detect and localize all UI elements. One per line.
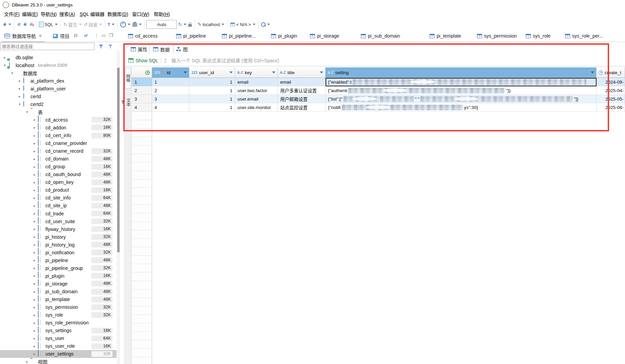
cell-setting[interactable]: {"enabled":t xyxy=(326,78,597,86)
link-editor-icon[interactable]: ⇄ xyxy=(84,33,88,38)
tree-item-sys_user[interactable]: ▸sys_user64K xyxy=(0,335,117,342)
close-icon[interactable]: ✕ xyxy=(39,34,42,38)
menu-item-1[interactable]: 文件(F) xyxy=(3,11,20,18)
tab-data[interactable]: 数据 xyxy=(149,44,173,54)
chevron-collapsed-icon[interactable]: ▸ xyxy=(33,266,37,270)
cell-id[interactable]: 4 xyxy=(152,103,189,112)
tab-database-navigator[interactable]: 数据库导航 ✕ xyxy=(1,30,45,43)
filter-dropdown-icon[interactable] xyxy=(272,71,275,73)
editor-tab-pi_sub_domain[interactable]: pi_sub_domain xyxy=(361,30,400,42)
row-number-cell[interactable]: 3 xyxy=(132,95,152,103)
chevron-collapsed-icon[interactable]: ▸ xyxy=(33,126,37,129)
expand-filter-icon[interactable]: ↗↙ xyxy=(164,58,169,63)
chevron-collapsed-icon[interactable]: ▸ xyxy=(3,56,7,59)
chevron-collapsed-icon[interactable]: ▸ xyxy=(33,352,37,356)
search-button[interactable] xyxy=(260,22,271,27)
chevron-collapsed-icon[interactable]: ▸ xyxy=(33,227,37,231)
tree-item-sys_role_permission[interactable]: ▸sys_role_permission xyxy=(0,319,117,327)
tree-item-视图[interactable]: ▸视图 xyxy=(0,358,117,364)
chevron-collapsed-icon[interactable]: ▸ xyxy=(33,180,37,184)
chevron-down-icon[interactable] xyxy=(222,24,224,25)
tab-projects[interactable]: 项目 xyxy=(50,30,72,42)
row-number-cell[interactable]: 1 xyxy=(132,78,152,86)
chevron-down-icon[interactable] xyxy=(184,24,186,25)
chevron-collapsed-icon[interactable]: ▸ xyxy=(33,142,37,145)
chevron-collapsed-icon[interactable]: ▸ xyxy=(33,118,37,122)
cell-setting[interactable]: {"list":["" ""]} xyxy=(326,95,597,103)
tree-item-certd[interactable]: ▸certd xyxy=(0,92,117,100)
chevron-down-icon[interactable] xyxy=(55,24,58,25)
rollback-button[interactable]: ↺回滚 xyxy=(83,21,103,28)
presentation-grid-tab[interactable]: 网格 xyxy=(125,68,131,89)
cell-title[interactable]: 站点监控设置 xyxy=(278,103,326,112)
tree-item-sys_user_role[interactable]: ▸sys_user_role16K xyxy=(0,342,117,350)
row-number-cell[interactable]: 4 xyxy=(132,103,152,112)
chevron-collapsed-icon[interactable]: ▸ xyxy=(33,251,37,254)
editor-tab-pi_pipeline[interactable]: pi_pipeline xyxy=(176,30,206,42)
editor-tab-pi_pipeline[interactable]: pi_pipeline... xyxy=(222,30,256,42)
chevron-collapsed-icon[interactable]: ▸ xyxy=(33,282,37,285)
chevron-collapsed-icon[interactable]: ▸ xyxy=(18,79,22,83)
chevron-collapsed-icon[interactable]: ▸ xyxy=(33,196,37,200)
editor-tab-sys_role[interactable]: sys_role xyxy=(526,30,550,42)
chevron-collapsed-icon[interactable]: ▸ xyxy=(33,258,37,262)
filter-dropdown-icon[interactable] xyxy=(591,71,594,73)
grid-corner-header[interactable] xyxy=(132,67,152,78)
tree-item-cd_site_info[interactable]: ▸cd_site_info64K xyxy=(0,194,117,202)
commit-mode-select[interactable]: Auto xyxy=(146,20,177,29)
chevron-collapsed-icon[interactable]: ▸ xyxy=(33,344,37,348)
commit-button[interactable]: ↻提交 xyxy=(62,21,83,28)
chevron-collapsed-icon[interactable]: ▸ xyxy=(33,321,37,325)
tree-item-cd_user_suite[interactable]: ▸cd_user_suite32K xyxy=(0,217,117,225)
editor-tab-sys_permission[interactable]: sys_permission xyxy=(477,30,517,42)
chevron-down-icon[interactable] xyxy=(112,24,114,25)
connection-filter-input[interactable] xyxy=(0,43,95,50)
cell-key[interactable]: user.site.monitor xyxy=(235,103,278,112)
chevron-expanded-icon[interactable]: ▾ xyxy=(25,110,29,114)
tree-item-certd2[interactable]: ▾certd2 xyxy=(0,100,117,108)
cell-create-time[interactable]: 2024-09- xyxy=(597,78,625,86)
editor-tab-sys_role_per[interactable]: sys_role_per... xyxy=(565,30,603,42)
tree-item-cd_access[interactable]: ▸cd_access32K xyxy=(0,116,117,124)
chevron-collapsed-icon[interactable]: ▸ xyxy=(33,329,37,333)
menu-item-8[interactable]: 帮助(H) xyxy=(153,11,170,18)
chevron-collapsed-icon[interactable]: ▸ xyxy=(33,173,37,176)
chevron-down-icon[interactable] xyxy=(267,24,270,25)
column-header-create_t[interactable]: create_t xyxy=(597,67,625,78)
cell-id[interactable]: 2 xyxy=(152,86,189,95)
tree-item-pi_plugin[interactable]: ▸pi_plugin16K xyxy=(0,272,117,280)
active-connection-selector[interactable]: ✎localhost xyxy=(196,21,225,28)
tab-properties[interactable]: 属性 xyxy=(127,44,151,54)
filter-dropdown-icon[interactable] xyxy=(184,71,187,73)
editor-tab-pi_storage[interactable]: pi_storage xyxy=(310,30,339,42)
tree-item-flyway_history[interactable]: ▸flyway_history16K xyxy=(0,225,117,233)
chevron-collapsed-icon[interactable]: ▸ xyxy=(33,243,37,247)
tree-item-pi_history_log[interactable]: ▸pi_history_log48K xyxy=(0,241,117,249)
tree-item-pi_pipeline_group[interactable]: ▸pi_pipeline_group32K xyxy=(0,264,117,272)
chevron-down-icon[interactable] xyxy=(139,24,142,25)
chevron-expanded-icon[interactable]: ▾ xyxy=(18,102,22,106)
tree-item-cd_domain[interactable]: ▸cd_domain48K xyxy=(0,155,117,163)
column-header-key[interactable]: A-Zkey xyxy=(235,67,278,78)
chevron-collapsed-icon[interactable]: ▸ xyxy=(33,235,37,239)
tab-diagram[interactable]: 图 xyxy=(173,44,191,54)
chevron-collapsed-icon[interactable]: ▸ xyxy=(33,212,37,215)
scrollbar-thumb[interactable] xyxy=(117,68,120,252)
edit-connection-button[interactable] xyxy=(22,22,28,27)
tree-item-表[interactable]: ▾表 xyxy=(0,108,117,116)
chevron-collapsed-icon[interactable]: ▸ xyxy=(33,157,37,161)
chevron-collapsed-icon[interactable]: ▸ xyxy=(18,94,22,98)
connect-button[interactable] xyxy=(16,22,22,27)
editor-tab-pi_template[interactable]: pi_template xyxy=(430,30,461,42)
cell-user-id[interactable]: 1 xyxy=(189,86,235,95)
chevron-collapsed-icon[interactable]: ▸ xyxy=(33,204,37,208)
tree-item-ai_platform_dex[interactable]: ▸ai_platform_dex xyxy=(0,77,117,85)
show-sql-button[interactable]: Show SQL xyxy=(128,58,158,63)
lock-button[interactable] xyxy=(187,22,193,27)
tree-item-cd_cname_record[interactable]: ▸cd_cname_record32K xyxy=(0,147,117,155)
column-header-user_id[interactable]: 123user_id xyxy=(189,67,235,78)
menu-item-3[interactable]: 导航(N) xyxy=(40,11,57,18)
tree-item-pi_template[interactable]: ▸pi_template48K xyxy=(0,296,117,303)
tree-item-cd_group[interactable]: ▸cd_group16K xyxy=(0,163,117,171)
tree-item-cd_site_ip[interactable]: ▸cd_site_ip48K xyxy=(0,202,117,210)
